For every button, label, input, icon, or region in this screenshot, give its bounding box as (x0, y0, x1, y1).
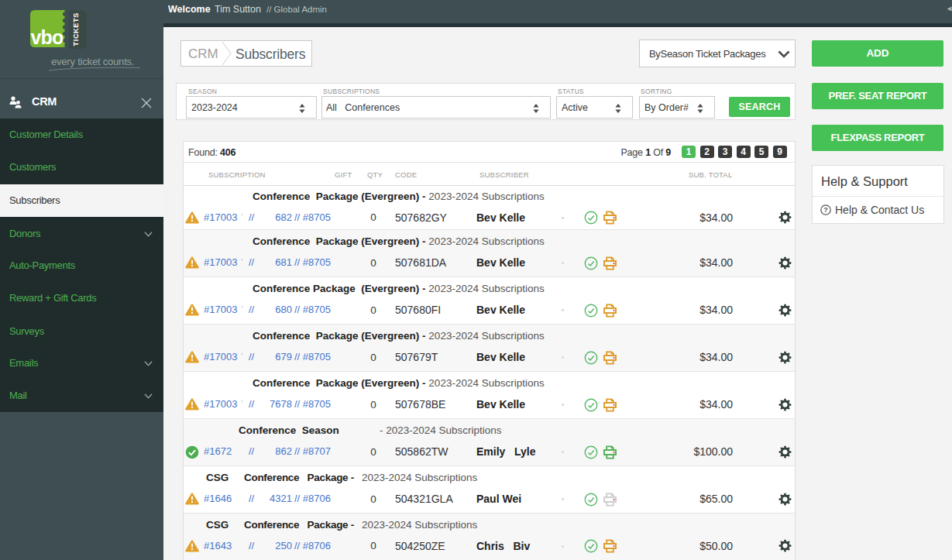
svg-text:?: ? (823, 206, 828, 214)
svg-text:vbo: vbo (31, 26, 64, 48)
svg-text:TICKETS: TICKETS (72, 12, 80, 46)
